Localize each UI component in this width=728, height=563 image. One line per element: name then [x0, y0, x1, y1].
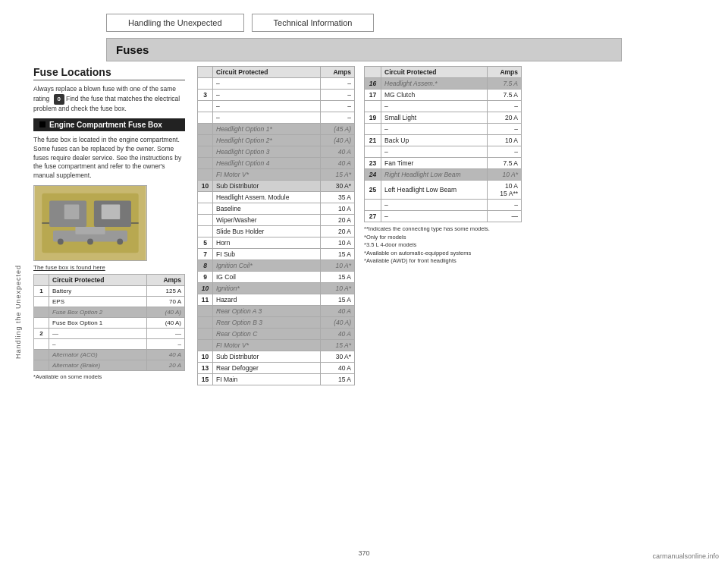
left-fuse-table: Circuit Protected Amps 1 Battery 125 A [33, 274, 185, 371]
left-panel: Fuse Locations Always replace a blown fu… [33, 66, 193, 558]
table-row: Rear Option A 3 40 A [198, 306, 355, 317]
table-row: 9 IG Coil 15 A [198, 272, 355, 283]
footnote-5: *Available (AWD) for front headlights [364, 257, 522, 266]
footnote-3: *3.5 L 4-door models [364, 241, 522, 250]
right-table-header-circuit: Circuit Protected [381, 67, 488, 78]
svg-rect-6 [102, 205, 121, 220]
main-content: Handling the Unexpected Fuse Locations A… [0, 61, 728, 563]
table-row: 24 Right Headlight Low Beam 10 A* [365, 169, 522, 181]
image-caption: The fuse box is found here [33, 264, 185, 271]
table-row: Wiper/Washer 20 A [198, 215, 355, 226]
intro-text: Always replace a blown fuse with one of … [33, 85, 185, 114]
svg-rect-5 [64, 205, 80, 220]
fuse-locations-title: Fuse Locations [33, 66, 185, 80]
table-row: 17 MG Clutch 7.5 A [365, 90, 522, 101]
svg-point-8 [87, 239, 93, 245]
left-table-header-circuit: Circuit Protected [49, 275, 147, 286]
table-row: 7 FI Sub 15 A [198, 249, 355, 260]
table-row: – – [365, 146, 522, 158]
table-row: 23 Fan Timer 7.5 A [365, 158, 522, 169]
mid-table-header-num [198, 67, 213, 78]
sidebar-label: Handling the Unexpected [8, 61, 29, 563]
table-row: Alternator (ACG) 40 A [34, 350, 185, 360]
table-row: Headlight Option 3 40 A [198, 146, 355, 158]
top-nav: Handling the Unexpected Technical Inform… [0, 0, 728, 32]
table-row: 3 – – [198, 90, 355, 101]
table-row: 25 Left Headlight Low Beam 10 A15 A** [365, 181, 522, 200]
table-row: 10 Sub Distributor 30 A* [198, 351, 355, 363]
left-fuse-table-container: Circuit Protected Amps 1 Battery 125 A [33, 274, 185, 371]
svg-rect-10 [75, 227, 105, 234]
black-square-icon [39, 121, 46, 127]
section-header: Fuses [106, 38, 622, 61]
engine-bay-svg [34, 186, 146, 260]
middle-panel: Circuit Protected Amps – – 3 – [193, 66, 359, 558]
tab-technical-information[interactable]: Technical Information [252, 14, 375, 32]
table-row: – – [198, 112, 355, 124]
page-container: Handling the Unexpected Technical Inform… [0, 0, 728, 563]
right-table-header-num [365, 67, 381, 78]
table-row: 5 Horn 10 A [198, 237, 355, 249]
fuse-image [33, 185, 147, 261]
sidebar-label-text: Handling the Unexpected [14, 265, 22, 359]
table-row: 11 Hazard 15 A [198, 294, 355, 306]
table-row: Headlight Option 4 40 A [198, 158, 355, 169]
table-row: – – [198, 78, 355, 90]
table-row: Rear Option C 40 A [198, 329, 355, 340]
left-table-header-amps: Amps [147, 275, 185, 286]
table-row: – – [365, 200, 522, 211]
footnote-2: *Only for models [364, 234, 522, 242]
table-row: 1 Battery 125 A [34, 286, 185, 297]
fuse-badge: 0 [54, 94, 64, 105]
engine-desc-text: The fuse box is located in the engine co… [33, 136, 185, 181]
table-row: Headlight Option 2* (40 A) [198, 135, 355, 146]
mid-table-header-circuit: Circuit Protected [213, 67, 321, 78]
mid-table-header-amps: Amps [321, 67, 355, 78]
table-row: – – [365, 124, 522, 135]
right-table-header-amps: Amps [488, 67, 522, 78]
table-row: 10 Ignition* 10 A* [198, 283, 355, 294]
table-row: – – [198, 101, 355, 112]
table-row: Rear Option B 3 (40 A) [198, 317, 355, 329]
table-row: 27 – — [365, 211, 522, 222]
table-row: 19 Small Light 20 A [365, 112, 522, 124]
table-row: Headlight Assem. Module 35 A [198, 192, 355, 203]
right-fuse-table: Circuit Protected Amps 16 Headlight Asse… [364, 66, 522, 222]
table-row: Baseline 10 A [198, 203, 355, 215]
tab-handling-unexpected[interactable]: Handling the Unexpected [106, 14, 244, 32]
left-footnote: *Available on some models [33, 373, 185, 381]
table-row: 15 FI Main 15 A [198, 374, 355, 385]
table-row: Fuse Box Option 2 (40 A) [34, 307, 185, 318]
table-row: 8 Ignition Coil* 10 A* [198, 260, 355, 272]
engine-box-title: Engine Compartment Fuse Box [49, 121, 162, 129]
table-row: EPS 70 A [34, 297, 185, 307]
table-row: Alternator (Brake) 20 A [34, 360, 185, 371]
table-row: Headlight Option 1* (45 A) [198, 124, 355, 135]
table-row: Fuse Box Option 1 (40 A) [34, 318, 185, 329]
svg-point-9 [117, 239, 123, 245]
table-row: 16 Headlight Assem.* 7.5 A [365, 78, 522, 90]
table-row: 2 — — [34, 329, 185, 339]
left-table-header-num [34, 275, 49, 286]
footnote-1: **Indicates the connecting type has some… [364, 225, 522, 234]
table-row: Slide Bus Holder 20 A [198, 226, 355, 237]
table-row: 10 Sub Distributor 30 A* [198, 181, 355, 192]
content-col: Fuse Locations Always replace a blown fu… [29, 61, 720, 563]
table-row: 13 Rear Defogger 40 A [198, 363, 355, 374]
table-row: FI Motor V* 15 A* [198, 340, 355, 351]
table-row: FI Motor V* 15 A* [198, 169, 355, 181]
engine-box-header: Engine Compartment Fuse Box [33, 118, 185, 131]
page-number: 370 [358, 549, 369, 557]
table-row: – – [365, 101, 522, 112]
table-row: 21 Back Up 10 A [365, 135, 522, 146]
svg-point-7 [58, 239, 64, 245]
table-row: – – [34, 339, 185, 350]
right-footnotes: **Indicates the connecting type has some… [364, 225, 522, 266]
footnote-4: *Available on automatic-equipped systems [364, 250, 522, 258]
watermark: carmanualsonline.info [652, 552, 719, 560]
mid-fuse-table: Circuit Protected Amps – – 3 – [197, 66, 355, 385]
right-panel: Circuit Protected Amps 16 Headlight Asse… [359, 66, 526, 558]
